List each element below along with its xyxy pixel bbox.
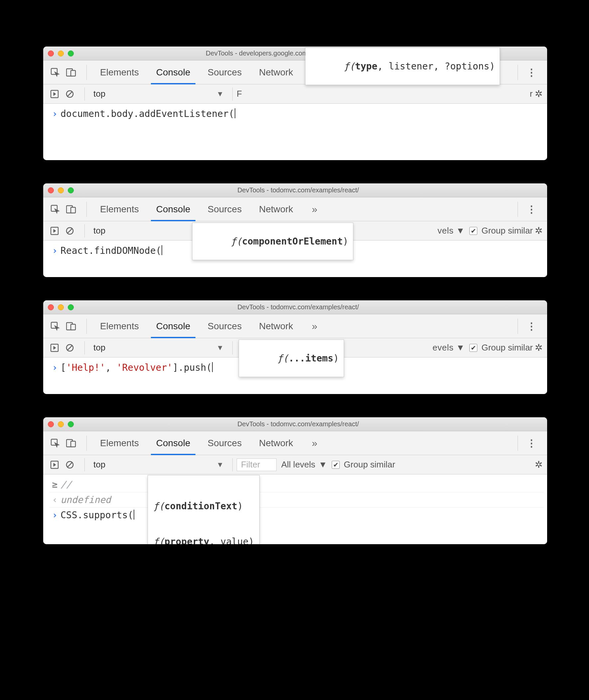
signature-tooltip: ƒ(conditionText) ƒ(property, value) [148, 475, 259, 544]
close-icon[interactable] [48, 50, 54, 56]
signature-tooltip: ƒ(...items) [239, 340, 344, 377]
maximize-icon[interactable] [68, 50, 74, 56]
text-cursor [212, 362, 213, 372]
console-input[interactable]: CSS.supports( [60, 509, 134, 520]
execution-context-selector[interactable]: top ▼ [89, 458, 228, 471]
device-toggle-icon[interactable] [66, 438, 76, 448]
tab-sources[interactable]: Sources [199, 197, 250, 221]
minimize-icon[interactable] [58, 304, 64, 310]
titlebar[interactable]: DevTools - todomvc.com/examples/react/ [43, 184, 547, 197]
device-toggle-icon[interactable] [66, 321, 76, 332]
inspect-icon[interactable] [50, 438, 60, 448]
tab-elements[interactable]: Elements [91, 314, 148, 338]
filter-input[interactable]: Filter [237, 458, 276, 471]
console-body[interactable]: ≥ // ‹ undefined › CSS.supports( ƒ(condi… [43, 474, 547, 544]
show-console-sidebar-icon[interactable] [50, 226, 59, 236]
console-prompt-line[interactable]: › CSS.supports( [49, 507, 544, 522]
clear-console-icon[interactable] [65, 89, 74, 99]
gear-icon[interactable]: ✲ [535, 459, 543, 470]
maximize-icon[interactable] [68, 421, 74, 427]
titlebar[interactable]: DevTools - todomvc.com/examples/react/ [43, 300, 547, 314]
tab-console[interactable]: Console [148, 314, 199, 338]
inspect-icon[interactable] [50, 321, 60, 332]
console-history-line: ≥ // [49, 477, 544, 492]
minimize-icon[interactable] [58, 50, 64, 56]
tab-elements[interactable]: Elements [91, 60, 148, 84]
minimize-icon[interactable] [58, 421, 64, 427]
group-similar-checkbox[interactable]: ✔ [332, 461, 340, 469]
partial-text-right: r [530, 89, 533, 99]
minimize-icon[interactable] [58, 188, 64, 194]
tab-console[interactable]: Console [148, 431, 199, 455]
sig-f: ƒ( [277, 353, 288, 364]
kebab-menu-icon[interactable]: ⋮ [523, 437, 541, 449]
console-toolbar: top vels ▼ ✔ Group similar ✲ ƒ(component… [43, 221, 547, 241]
tab-elements[interactable]: Elements [91, 197, 148, 221]
chevron-down-icon: ▼ [216, 460, 224, 469]
sig-rest: ) [333, 353, 339, 364]
tab-network[interactable]: Network [250, 60, 302, 84]
eager-eval-icon: ≥ [49, 479, 60, 490]
show-console-sidebar-icon[interactable] [50, 343, 59, 352]
more-tabs-icon[interactable]: » [302, 437, 328, 449]
tab-network[interactable]: Network [250, 314, 302, 338]
execution-context-selector[interactable]: top [89, 224, 172, 237]
signature-tooltip: ƒ(componentOrElement) [192, 223, 353, 260]
separator [232, 341, 233, 354]
console-toolbar: top ▼ F r ✲ ƒ(type, listener, ?options) [43, 84, 547, 104]
history-code: // [60, 479, 72, 490]
close-icon[interactable] [48, 188, 54, 194]
show-console-sidebar-icon[interactable] [50, 89, 59, 99]
svg-line-11 [67, 229, 72, 233]
execution-context-selector[interactable]: top ▼ [89, 341, 228, 354]
tab-sources[interactable]: Sources [199, 60, 250, 84]
clear-console-icon[interactable] [65, 460, 74, 469]
titlebar[interactable]: DevTools - todomvc.com/examples/react/ [43, 417, 547, 431]
group-similar-checkbox[interactable]: ✔ [469, 344, 477, 352]
console-prompt-line[interactable]: › document.body.addEventListener( [49, 106, 544, 121]
kebab-menu-icon[interactable]: ⋮ [523, 203, 541, 215]
tab-sources[interactable]: Sources [199, 431, 250, 455]
more-tabs-icon[interactable]: » [302, 321, 328, 332]
close-icon[interactable] [48, 304, 54, 310]
tab-sources[interactable]: Sources [199, 314, 250, 338]
maximize-icon[interactable] [68, 304, 74, 310]
more-tabs-icon[interactable]: » [302, 204, 328, 215]
close-icon[interactable] [48, 421, 54, 427]
separator [86, 202, 87, 217]
device-toggle-icon[interactable] [66, 204, 76, 215]
gear-icon[interactable]: ✲ [535, 342, 543, 353]
group-similar-checkbox[interactable]: ✔ [469, 227, 477, 235]
tab-elements[interactable]: Elements [91, 431, 148, 455]
tab-console[interactable]: Console [148, 197, 199, 221]
sig-f: ƒ( [231, 236, 242, 247]
kebab-menu-icon[interactable]: ⋮ [523, 320, 541, 332]
context-label: top [93, 226, 106, 236]
console-input[interactable]: document.body.addEventListener( [60, 108, 235, 119]
clear-console-icon[interactable] [65, 343, 74, 352]
tab-console[interactable]: Console [148, 60, 199, 84]
text-cursor [134, 509, 134, 519]
gear-icon[interactable]: ✲ [535, 88, 543, 99]
device-toggle-icon[interactable] [66, 67, 76, 78]
tab-network[interactable]: Network [250, 197, 302, 221]
execution-context-selector[interactable]: top ▼ [89, 87, 228, 100]
inspect-icon[interactable] [50, 67, 60, 78]
group-similar-label: Group similar [481, 226, 533, 236]
sig-bold: type [355, 61, 377, 72]
show-console-sidebar-icon[interactable] [50, 460, 59, 469]
sig-f: ƒ( [153, 536, 165, 544]
chevron-down-icon: ▼ [216, 90, 224, 98]
tab-strip: Elements Console Sources Network » ⋮ [43, 197, 547, 221]
separator [84, 224, 85, 238]
inspect-icon[interactable] [50, 204, 60, 215]
clear-console-icon[interactable] [65, 226, 74, 236]
tab-network[interactable]: Network [250, 431, 302, 455]
maximize-icon[interactable] [68, 188, 74, 194]
kebab-menu-icon[interactable]: ⋮ [523, 66, 541, 78]
log-levels-selector[interactable]: All levels ▼ [276, 459, 332, 470]
console-input[interactable]: ['Help!', 'Revolver'].push( [60, 362, 213, 373]
gear-icon[interactable]: ✲ [535, 225, 543, 236]
console-body[interactable]: › document.body.addEventListener( [43, 104, 547, 160]
console-input[interactable]: React.findDOMNode( [60, 245, 162, 256]
